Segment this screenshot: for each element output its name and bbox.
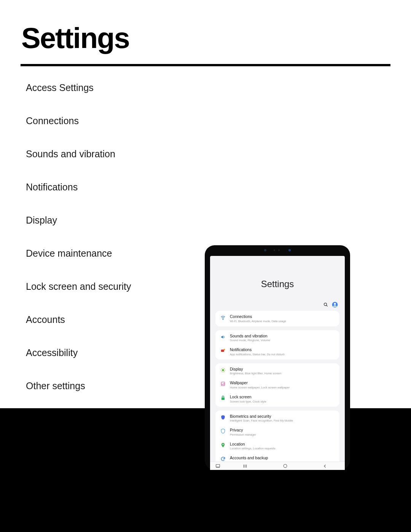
nav-device-maintenance[interactable]: Device maintenance [26, 248, 178, 259]
sync-icon [220, 456, 226, 462]
sound-icon [220, 334, 226, 340]
svg-point-4 [223, 319, 223, 320]
recents-button[interactable] [225, 464, 265, 468]
row-title: Privacy [230, 428, 335, 433]
nav-other-settings[interactable]: Other settings [26, 380, 178, 391]
svg-point-7 [222, 369, 224, 371]
row-sub: App notifications, Status bar, Do not di… [230, 353, 335, 356]
row-connections[interactable]: Connections Wi-Fi, Bluetooth, Airplane m… [215, 312, 339, 326]
svg-point-18 [223, 444, 224, 445]
row-title: Notifications [230, 347, 335, 352]
row-sub: Location settings, Location requests [230, 447, 335, 450]
row-privacy[interactable]: Privacy Permission manager [215, 425, 339, 439]
row-notifications[interactable]: Notifications App notifications, Status … [215, 345, 339, 359]
row-display[interactable]: Display Brightness, Blue light filter, H… [215, 364, 339, 378]
row-title: Wallpaper [230, 380, 335, 385]
row-title: Lock screen [230, 395, 335, 399]
row-text: Privacy Permission manager [230, 428, 335, 436]
nav-display[interactable]: Display [26, 215, 178, 226]
row-text: Lock screen Screen lock type, Clock styl… [230, 395, 335, 403]
wifi-icon [220, 315, 226, 321]
row-title: Location [230, 442, 335, 447]
row-text: Wallpaper Home screen wallpaper, Lock sc… [230, 380, 335, 389]
row-title: Accounts and backup [230, 455, 335, 460]
row-title: Biometrics and security [230, 414, 335, 419]
lock-icon [220, 395, 226, 401]
dex-icon[interactable] [210, 463, 225, 468]
nav-access-settings[interactable]: Access Settings [26, 82, 178, 93]
row-sounds[interactable]: Sounds and vibration Sound mode, Rington… [215, 331, 339, 345]
svg-rect-19 [216, 465, 220, 467]
nav-connections[interactable]: Connections [26, 115, 178, 126]
notification-icon [220, 348, 226, 354]
row-sub: Home screen wallpaper, Lock screen wallp… [230, 386, 335, 389]
row-sub: Wi-Fi, Bluetooth, Airplane mode, Data us… [230, 320, 335, 323]
svg-point-0 [324, 303, 327, 306]
row-sub: Intelligent Scan, Face recognition, Find… [230, 419, 335, 422]
settings-group: Connections Wi-Fi, Bluetooth, Airplane m… [215, 311, 339, 326]
row-title: Connections [230, 314, 335, 319]
settings-list: Connections Wi-Fi, Bluetooth, Airplane m… [210, 311, 345, 470]
section-nav: Access Settings Connections Sounds and v… [26, 82, 178, 414]
page-title: Settings [21, 21, 129, 54]
nav-accounts[interactable]: Accounts [26, 314, 178, 325]
system-navbar [210, 462, 345, 470]
row-sub: Permission manager [230, 433, 335, 436]
shield-icon [220, 414, 226, 420]
row-sub: Brightness, Blue light filter, Home scre… [230, 372, 335, 375]
svg-line-14 [221, 371, 221, 372]
row-text: Sounds and vibration Sound mode, Rington… [230, 334, 335, 342]
screen-title: Settings [210, 256, 345, 300]
row-lock-screen[interactable]: Lock screen Screen lock type, Clock styl… [215, 392, 339, 406]
svg-line-1 [327, 305, 328, 307]
row-biometrics[interactable]: Biometrics and security Intelligent Scan… [215, 411, 339, 425]
nav-accessibility[interactable]: Accessibility [26, 347, 178, 358]
row-title: Sounds and vibration [230, 334, 335, 339]
nav-notifications[interactable]: Notifications [26, 182, 178, 193]
row-wallpaper[interactable]: Wallpaper Home screen wallpaper, Lock sc… [215, 378, 339, 392]
row-text: Display Brightness, Blue light filter, H… [230, 367, 335, 375]
row-text: Location Location settings, Location req… [230, 442, 335, 451]
svg-line-15 [225, 368, 225, 369]
svg-point-6 [223, 349, 225, 350]
home-button[interactable] [265, 463, 305, 468]
title-rule [21, 64, 390, 66]
location-icon [220, 442, 226, 448]
row-location[interactable]: Location Location settings, Location req… [215, 439, 339, 453]
svg-rect-17 [221, 398, 225, 400]
back-button[interactable] [305, 464, 345, 468]
privacy-icon [220, 428, 226, 434]
svg-line-13 [225, 371, 225, 372]
wallpaper-icon [220, 381, 226, 387]
settings-group: Display Brightness, Blue light filter, H… [215, 363, 339, 407]
display-icon [220, 367, 226, 373]
svg-line-12 [221, 368, 221, 369]
svg-point-24 [284, 464, 287, 468]
row-text: Notifications App notifications, Status … [230, 347, 335, 356]
row-text: Connections Wi-Fi, Bluetooth, Airplane m… [230, 314, 335, 323]
row-sub: Screen lock type, Clock style [230, 400, 335, 403]
screen-toolbar [210, 300, 345, 311]
tablet-screen: Settings Connections Wi-Fi, Bluetooth, A… [210, 256, 345, 470]
settings-group: Biometrics and security Intelligent Scan… [215, 411, 339, 470]
row-sub: Sound mode, Ringtone, Volume [230, 339, 335, 342]
row-text: Biometrics and security Intelligent Scan… [230, 414, 335, 423]
account-icon[interactable] [332, 302, 338, 308]
svg-point-3 [334, 303, 336, 305]
nav-sounds-vibration[interactable]: Sounds and vibration [26, 149, 178, 160]
row-title: Display [230, 367, 335, 372]
search-icon[interactable] [323, 302, 328, 307]
nav-lock-screen-security[interactable]: Lock screen and security [26, 281, 178, 292]
settings-group: Sounds and vibration Sound mode, Rington… [215, 330, 339, 359]
tablet-frame: Settings Connections Wi-Fi, Bluetooth, A… [205, 245, 350, 470]
